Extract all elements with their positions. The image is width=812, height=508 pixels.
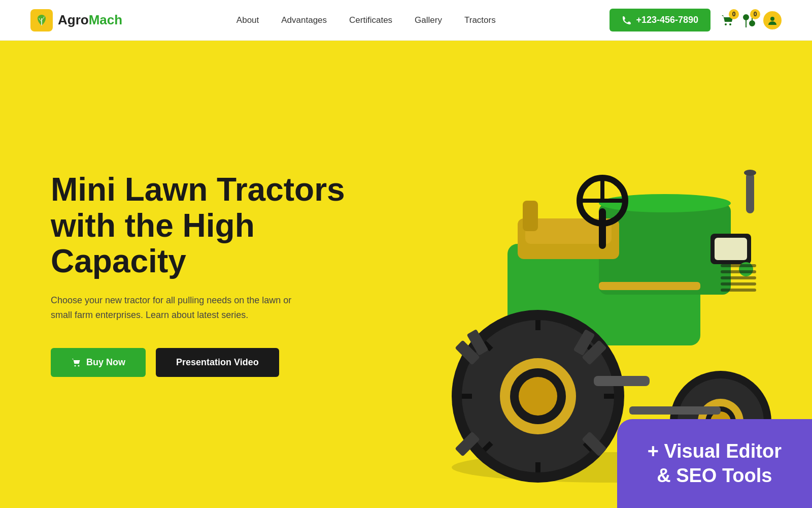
hero-content: Mini Lawn Tractors with the High Capacit…	[0, 172, 355, 377]
navbar: AgroMach About Advantages Certificates G…	[0, 0, 812, 41]
user-avatar-icon	[767, 15, 778, 26]
buy-now-button[interactable]: Buy Now	[51, 348, 146, 377]
phone-number: +123-456-7890	[636, 15, 698, 25]
visual-editor-badge: + Visual Editor & SEO Tools	[617, 419, 812, 508]
nav-links: About Advantages Certificates Gallery Tr…	[236, 15, 496, 25]
svg-point-6	[770, 17, 774, 21]
svg-rect-16	[599, 208, 606, 249]
logo[interactable]: AgroMach	[30, 9, 122, 31]
compare-icon-wrapper[interactable]: 0	[742, 13, 756, 27]
svg-rect-25	[721, 276, 756, 279]
svg-point-2	[743, 15, 749, 20]
phone-icon	[622, 15, 632, 25]
cart-btn-icon	[71, 357, 81, 367]
cart-icon-wrapper[interactable]: 0	[721, 13, 735, 27]
svg-rect-15	[523, 201, 538, 231]
video-button[interactable]: Presentation Video	[156, 348, 279, 377]
svg-rect-21	[715, 238, 747, 260]
svg-rect-26	[721, 282, 756, 285]
svg-point-54	[744, 170, 756, 176]
nav-icons: 0 0	[721, 11, 782, 29]
svg-point-3	[750, 21, 755, 26]
nav-item-tractors[interactable]: Tractors	[464, 15, 496, 25]
hero-title: Mini Lawn Tractors with the High Capacit…	[51, 172, 355, 279]
nav-item-about[interactable]: About	[236, 15, 259, 25]
svg-rect-52	[599, 282, 700, 290]
svg-point-8	[78, 365, 80, 367]
svg-point-0	[725, 23, 727, 25]
cart-badge: 0	[729, 9, 739, 19]
svg-point-32	[519, 377, 557, 416]
nav-item-gallery[interactable]: Gallery	[415, 15, 442, 25]
nav-item-advantages[interactable]: Advantages	[281, 15, 327, 25]
badge-text: + Visual Editor & SEO Tools	[648, 439, 782, 488]
nav-right: +123-456-7890 0 0	[610, 9, 782, 31]
svg-rect-24	[721, 270, 756, 273]
svg-rect-23	[721, 264, 756, 267]
phone-button[interactable]: +123-456-7890	[610, 9, 710, 31]
svg-rect-53	[746, 173, 754, 213]
svg-point-7	[75, 365, 76, 367]
svg-point-12	[599, 194, 731, 212]
compare-badge: 0	[750, 9, 760, 19]
svg-rect-57	[594, 376, 650, 386]
svg-rect-58	[629, 406, 721, 415]
svg-point-1	[729, 23, 731, 25]
hero-buttons: Buy Now Presentation Video	[51, 348, 355, 377]
svg-rect-27	[721, 289, 756, 292]
logo-text: AgroMach	[58, 12, 122, 28]
logo-icon	[30, 9, 53, 31]
hero-section: Mini Lawn Tractors with the High Capacit…	[0, 41, 812, 508]
nav-item-certificates[interactable]: Certificates	[349, 15, 392, 25]
user-icon[interactable]	[763, 11, 782, 29]
hero-subtitle: Choose your new tractor for all pulling …	[51, 293, 315, 323]
